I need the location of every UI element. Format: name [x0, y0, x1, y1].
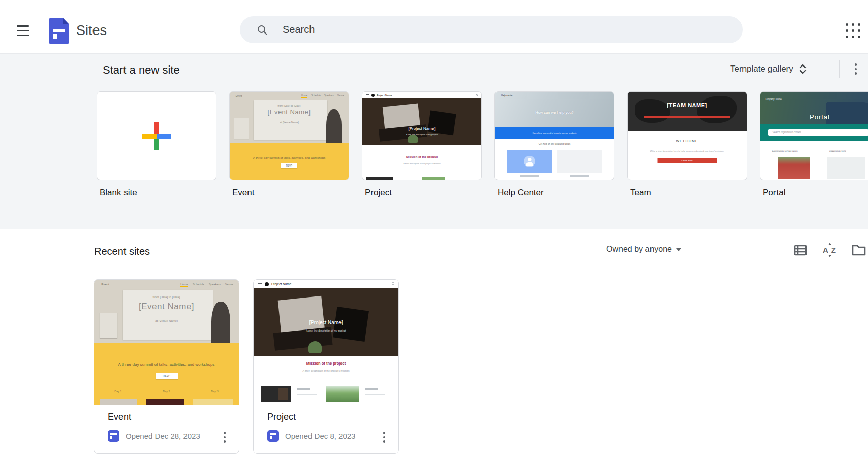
recent-sites-title: Recent sites — [94, 246, 150, 257]
start-section-menu-button[interactable] — [850, 60, 862, 78]
product-name: Sites — [76, 23, 107, 39]
template-label-project: Project — [365, 188, 392, 198]
divider — [839, 60, 840, 78]
topic-tile-blue — [507, 150, 552, 173]
google-plus-icon — [142, 122, 171, 150]
template-card-team[interactable]: [TEAM NAME] WELCOME Write a short descri… — [627, 91, 747, 180]
template-card-blank[interactable] — [97, 91, 216, 180]
topic-tile-gray — [557, 150, 602, 173]
project-template-preview: Project Name [Project Name] A one-line d… — [362, 92, 481, 180]
recent-card-title: Event — [108, 412, 131, 422]
app-header: Sites — [0, 5, 868, 54]
rsvp-button: RSVP — [281, 163, 297, 168]
mini-nav: Home Schedule Speakers Venue — [180, 283, 233, 286]
template-card-event[interactable]: Event Home Schedule Speakers Venue from … — [229, 91, 349, 180]
sites-file-icon — [108, 430, 119, 442]
opened-date: Opened Dec 8, 2023 — [285, 432, 355, 440]
card-menu-button[interactable] — [378, 428, 390, 446]
portal-gray-tile — [827, 157, 865, 179]
person-icon — [524, 156, 535, 167]
learn-more-button: Learn more — [658, 158, 717, 163]
main-menu-button[interactable] — [17, 25, 29, 36]
rsvp-button: RSVP — [156, 373, 178, 379]
blank-site-preview — [97, 92, 216, 180]
project-media-row — [254, 386, 398, 405]
help-center-template-preview: Help center How can we help you? Everyth… — [495, 92, 614, 180]
search-input[interactable] — [283, 24, 689, 36]
portal-photo-tile — [778, 157, 810, 179]
folder-icon — [851, 243, 866, 257]
list-view-icon — [793, 243, 808, 258]
recent-site-card-project[interactable]: Project Name [Project Name] A one-line d… — [253, 279, 399, 454]
day-labels: Day 1 Day 2 Day 3 — [94, 390, 239, 393]
template-card-project[interactable]: Project Name [Project Name] A one-line d… — [362, 91, 482, 180]
dropdown-arrow-icon — [676, 248, 681, 251]
card-menu-button[interactable] — [219, 428, 231, 446]
recent-site-card-event[interactable]: Event Home Schedule Speakers Venue from … — [94, 279, 239, 454]
google-apps-button[interactable] — [846, 23, 861, 39]
list-view-button[interactable] — [793, 243, 808, 258]
opened-date: Opened Dec 28, 2023 — [126, 432, 200, 440]
sites-logo-icon[interactable] — [49, 18, 69, 44]
start-new-site-section: Start a new site Template gallery Event — [0, 54, 868, 229]
template-card-help-center[interactable]: Help center How can we help you? Everyth… — [494, 91, 614, 180]
search-bar[interactable] — [240, 16, 743, 43]
template-label-team: Team — [630, 188, 652, 198]
sort-button[interactable]: AZ — [822, 243, 838, 258]
unfold-icon — [798, 63, 808, 75]
template-gallery-label: Template gallery — [730, 64, 793, 74]
folder-button[interactable] — [851, 243, 866, 257]
event-site-thumbnail: Event Home Schedule Speakers Venue from … — [94, 280, 239, 405]
mini-nav: Home Schedule Speakers Venue — [301, 94, 344, 97]
sites-file-icon — [267, 430, 279, 442]
owned-by-filter-label: Owned by anyone — [606, 245, 672, 254]
team-template-preview: [TEAM NAME] WELCOME Write a short descri… — [628, 92, 747, 180]
template-label-blank: Blank site — [100, 188, 137, 198]
recent-card-title: Project — [267, 412, 296, 422]
section-title: Start a new site — [103, 63, 180, 77]
portal-template-preview: Company Name Portal Search organization … — [760, 92, 868, 180]
template-card-portal[interactable]: Company Name Portal Search organization … — [760, 91, 868, 180]
template-label-portal: Portal — [763, 188, 785, 198]
template-label-event: Event — [232, 188, 254, 198]
template-label-help: Help Center — [498, 188, 544, 198]
template-gallery-button[interactable]: Template gallery — [730, 60, 808, 78]
search-icon — [256, 24, 268, 36]
window-top-strip — [0, 0, 868, 4]
project-site-thumbnail: Project Name [Project Name] A one-line d… — [254, 280, 398, 405]
portal-search-box: Search organization content — [768, 129, 868, 136]
event-template-preview: Event Home Schedule Speakers Venue from … — [230, 92, 349, 180]
sort-az-icon: AZ — [822, 243, 838, 258]
google-sites-home: Sites Start a new site Template gallery — [0, 0, 868, 462]
owned-by-filter[interactable]: Owned by anyone — [606, 245, 681, 254]
